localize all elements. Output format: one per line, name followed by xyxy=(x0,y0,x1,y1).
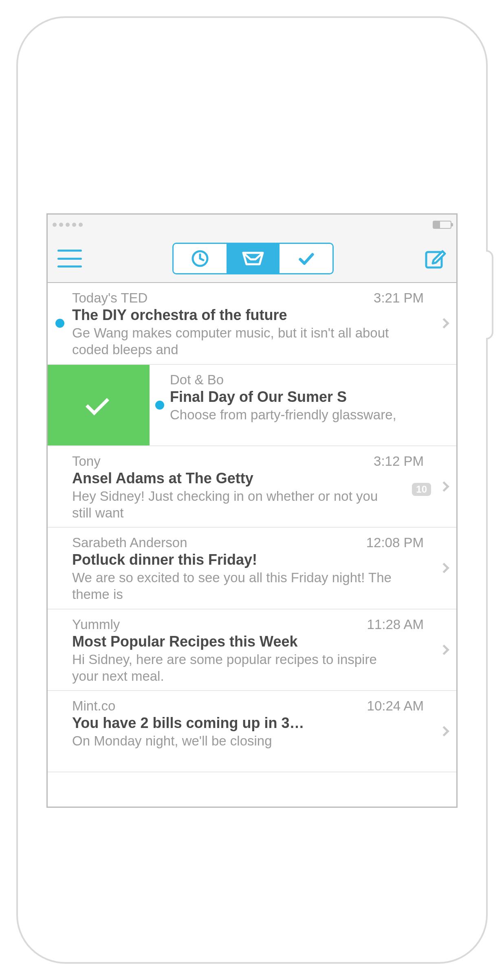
message-list: Today's TED 3:21 PM The DIY orchestra of… xyxy=(48,283,456,772)
message-content: Today's TED 3:21 PM The DIY orchestra of… xyxy=(72,283,432,364)
message-time: 3:21 PM xyxy=(365,290,424,306)
message-row[interactable]: Sarabeth Anderson 12:08 PM Potluck dinne… xyxy=(48,528,456,609)
message-sender: Tony xyxy=(72,454,101,469)
chevron-right-icon xyxy=(439,481,449,491)
segment-later[interactable] xyxy=(174,244,227,273)
unread-dot-icon xyxy=(55,319,64,328)
message-content: Tony 3:12 PM Ansel Adams at The Getty He… xyxy=(72,446,432,527)
check-icon xyxy=(86,396,111,414)
battery-icon xyxy=(433,221,451,229)
message-preview: Ge Wang makes computer music, but it isn… xyxy=(72,324,432,358)
check-icon xyxy=(296,249,316,268)
disclosure-col xyxy=(432,283,456,364)
message-subject: The DIY orchestra of the future xyxy=(72,307,432,324)
count-badge: 10 xyxy=(412,483,431,496)
unread-indicator-col xyxy=(48,691,72,772)
message-time: 3:12 PM xyxy=(365,454,424,469)
disclosure-col xyxy=(432,609,456,691)
message-preview: Choose from party-friendly glassware, xyxy=(170,406,456,423)
disclosure-col xyxy=(432,446,456,527)
message-row[interactable]: Yummly 11:28 AM Most Popular Recipes thi… xyxy=(48,609,456,691)
message-row[interactable]: Mint.co 10:24 AM You have 2 bills coming… xyxy=(48,691,456,772)
battery-fill xyxy=(434,221,440,228)
nav-bar xyxy=(48,235,456,283)
compose-button[interactable] xyxy=(424,247,447,270)
message-sender: Mint.co xyxy=(72,698,115,714)
disclosure-col xyxy=(432,528,456,609)
message-subject: Most Popular Recipes this Week xyxy=(72,633,432,650)
clock-icon xyxy=(190,249,210,268)
message-sender: Sarabeth Anderson xyxy=(72,535,187,550)
segment-inbox[interactable] xyxy=(227,244,280,273)
phone-side-button xyxy=(486,250,493,340)
message-content: Sarabeth Anderson 12:08 PM Potluck dinne… xyxy=(72,528,432,609)
message-preview: On Monday night, we'll be closing xyxy=(72,732,432,749)
message-content: Dot & Bo Final Day of Our Sumer S Choose… xyxy=(170,365,456,445)
segmented-control xyxy=(172,243,334,274)
message-time: 12:08 PM xyxy=(358,535,424,550)
status-bar xyxy=(48,215,456,235)
unread-indicator-col xyxy=(150,365,170,445)
message-time: 10:24 AM xyxy=(359,698,424,714)
unread-indicator-col xyxy=(48,609,72,691)
message-row[interactable]: Today's TED 3:21 PM The DIY orchestra of… xyxy=(48,283,456,365)
chevron-right-icon xyxy=(439,726,449,736)
unread-indicator-col xyxy=(48,446,72,527)
app-screen: Today's TED 3:21 PM The DIY orchestra of… xyxy=(46,213,458,808)
unread-indicator-col xyxy=(48,283,72,364)
message-sender: Yummly xyxy=(72,617,120,632)
message-subject: Final Day of Our Sumer S xyxy=(170,388,456,406)
unread-dot-icon xyxy=(155,401,164,410)
segment-done[interactable] xyxy=(280,244,332,273)
message-content: Mint.co 10:24 AM You have 2 bills coming… xyxy=(72,691,432,772)
message-content: Yummly 11:28 AM Most Popular Recipes thi… xyxy=(72,609,432,691)
chevron-right-icon xyxy=(439,645,449,655)
message-preview: Hey Sidney! Just checking in on whether … xyxy=(72,488,432,522)
chevron-right-icon xyxy=(439,563,449,573)
message-subject: You have 2 bills coming up in 3… xyxy=(72,715,432,732)
message-sender: Today's TED xyxy=(72,290,147,306)
message-sender: Dot & Bo xyxy=(170,372,224,388)
message-time: 11:28 AM xyxy=(359,617,424,632)
unread-indicator-col xyxy=(48,528,72,609)
message-row[interactable]: Tony 3:12 PM Ansel Adams at The Getty He… xyxy=(48,446,456,528)
swipe-archive-action[interactable] xyxy=(48,365,150,445)
menu-button[interactable] xyxy=(57,250,82,267)
message-subject: Potluck dinner this Friday! xyxy=(72,551,432,568)
disclosure-col xyxy=(432,691,456,772)
inbox-icon xyxy=(242,249,264,268)
message-row[interactable]: Dot & Bo Final Day of Our Sumer S Choose… xyxy=(48,365,456,446)
chevron-right-icon xyxy=(439,318,449,329)
message-subject: Ansel Adams at The Getty xyxy=(72,470,432,487)
message-preview: We are so excited to see you all this Fr… xyxy=(72,569,432,603)
signal-dots-icon xyxy=(53,223,83,227)
message-preview: Hi Sidney, here are some popular recipes… xyxy=(72,651,432,685)
phone-frame: Today's TED 3:21 PM The DIY orchestra of… xyxy=(16,16,488,964)
